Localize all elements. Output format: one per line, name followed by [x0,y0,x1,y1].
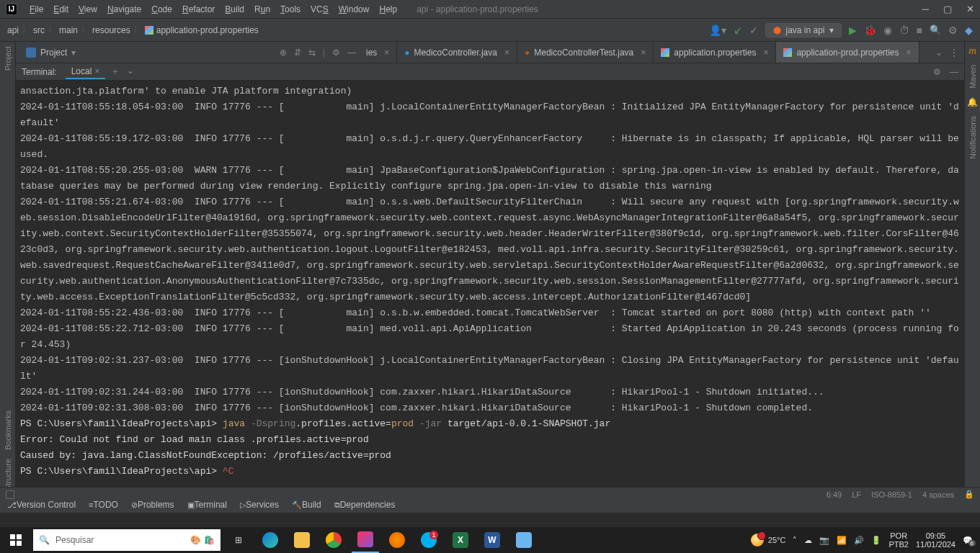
menu-view[interactable]: View [74,4,102,14]
tray-battery-icon[interactable]: 🔋 [871,536,881,545]
menu-code[interactable]: Code [146,4,177,14]
ai-assistant-icon[interactable]: ◆ [965,24,973,36]
menu-refactor[interactable]: Refactor [177,4,220,14]
menu-file[interactable]: File [24,4,48,14]
language-indicator[interactable]: POR PTB2 [888,531,909,549]
menu-tools[interactable]: Tools [275,4,306,14]
taskbar-skype[interactable]: 1 [415,527,442,553]
close-icon[interactable]: × [906,48,912,58]
tab-application-prod-properties[interactable]: application-prod.properties × [776,42,919,63]
task-view-button[interactable]: ⊞ [225,527,252,553]
tabs-more-icon[interactable]: ⋮ [950,48,958,58]
menu-window[interactable]: Window [334,4,375,14]
stop-button[interactable]: ■ [917,24,922,36]
project-label: Project [40,48,67,58]
terminal-session-tab[interactable]: Local × [66,65,106,79]
crumb-root[interactable]: api [7,25,19,35]
terminal-output[interactable]: ansaction.jta.platform' to enable JTA pl… [16,81,964,495]
notifications-icon[interactable]: 💬6 [963,536,973,545]
tabs-dropdown-icon[interactable]: ⌄ [935,48,943,58]
menu-help[interactable]: Help [374,4,402,14]
readonly-lock-icon[interactable]: 🔒 [964,490,974,499]
close-icon[interactable]: × [641,48,646,58]
indent-info[interactable]: 4 spaces [922,490,954,499]
taskbar-explorer[interactable] [288,527,316,553]
menu-build[interactable]: Build [220,4,249,14]
tab-truncated[interactable]: ies × [359,42,397,63]
file-encoding[interactable]: ISO-8859-1 [871,490,912,499]
tab-application-properties[interactable]: application.properties × [654,42,776,63]
weather-widget[interactable]: 25°C [751,534,786,547]
clock[interactable]: 09:05 11/01/2024 [916,531,956,549]
project-icon [26,48,36,58]
search-art-icon: 🎨 [190,535,201,545]
title-bar: IJ File Edit View Navigate Code Refactor… [0,0,980,19]
taskbar-chrome[interactable] [320,527,347,553]
close-button[interactable]: ✕ [966,4,974,14]
taskbar-search[interactable]: 🔍 Pesquisar 🎨 🛍️ [33,529,220,551]
select-opened-file-icon[interactable]: ⊕ [280,48,287,58]
properties-file-icon [783,48,792,57]
taskbar-firefox[interactable] [383,527,411,553]
settings-icon[interactable]: ⚙ [332,48,340,58]
taskbar-word[interactable]: W [478,527,506,553]
tray-meet-now-icon[interactable]: 📷 [819,536,829,545]
menu-navigate[interactable]: Navigate [102,4,146,14]
run-config-dropdown[interactable]: ⬤ java in api ▾ [765,23,841,37]
hide-icon[interactable]: — [347,48,356,58]
menu-edit[interactable]: Edit [48,4,74,14]
user-icon[interactable]: 👤▾ [709,24,726,36]
terminal-settings-icon[interactable]: ⚙ [933,67,941,77]
crumb-main[interactable]: main [59,25,78,35]
taskbar-app[interactable] [510,527,538,553]
vcs-update-icon[interactable]: ↙ [734,24,742,36]
line-separator[interactable]: LF [852,490,861,499]
run-config-label: java in api [785,25,824,35]
run-button[interactable]: ▶ [849,24,857,36]
taskbar-edge[interactable] [257,527,284,553]
collapse-all-icon[interactable]: ⇆ [308,48,316,58]
taskbar-intellij[interactable] [352,527,379,553]
crumb-src[interactable]: src [33,25,45,35]
rail-notifications[interactable]: Notifications [968,112,977,163]
tray-onedrive-icon[interactable]: ☁ [804,536,812,545]
tray-overflow-icon[interactable]: ˄ [793,536,797,545]
rail-maven[interactable]: Maven [968,60,977,93]
caret-position[interactable]: 6:49 [827,490,842,499]
settings-button[interactable]: ⚙ [948,24,958,36]
maven-icon[interactable]: m [968,46,976,56]
tab-label: MedicoControllerTest.java [534,48,633,58]
close-icon[interactable]: × [94,66,99,76]
tool-windows-icon[interactable] [6,490,14,499]
properties-file-icon [145,26,153,35]
close-icon[interactable]: × [384,48,389,58]
rail-project[interactable]: Project [4,42,12,75]
coverage-button[interactable]: ◉ [883,24,892,36]
close-icon[interactable]: × [763,48,768,58]
bell-icon[interactable]: 🔔 [967,97,978,107]
menu-vcs[interactable]: VCS [306,4,334,14]
taskbar-excel[interactable]: X [447,527,474,553]
start-button[interactable] [0,527,32,553]
project-tool-button[interactable]: Project ▾ [20,48,81,58]
tray-volume-icon[interactable]: 🔊 [854,536,864,545]
hide-terminal-icon[interactable]: — [950,67,958,77]
menu-run[interactable]: Run [249,4,275,14]
search-everywhere-button[interactable]: 🔍 [930,24,941,35]
crumb-resources[interactable]: resources [92,25,130,35]
close-icon[interactable]: × [504,48,509,58]
maximize-button[interactable]: ▢ [943,4,952,14]
terminal-session-label: Local [71,66,92,76]
new-session-icon[interactable]: ＋ [111,66,120,78]
tray-wifi-icon[interactable]: 📶 [837,536,847,545]
session-dropdown-icon[interactable]: ⌄ [127,66,134,78]
tab-medico-controller-test[interactable]: MedicoControllerTest.java × [517,42,654,63]
tab-medico-controller[interactable]: MedicoController.java × [397,42,517,63]
expand-all-icon[interactable]: ⇵ [294,48,301,58]
minimize-button[interactable]: ─ [922,4,929,14]
debug-button[interactable]: 🐞 [864,24,876,36]
crumb-file[interactable]: application-prod.properties [156,25,259,35]
rail-bookmarks[interactable]: Bookmarks [4,406,12,454]
profile-button[interactable]: ⏱ [899,24,909,36]
vcs-commit-icon[interactable]: ✓ [749,24,758,36]
